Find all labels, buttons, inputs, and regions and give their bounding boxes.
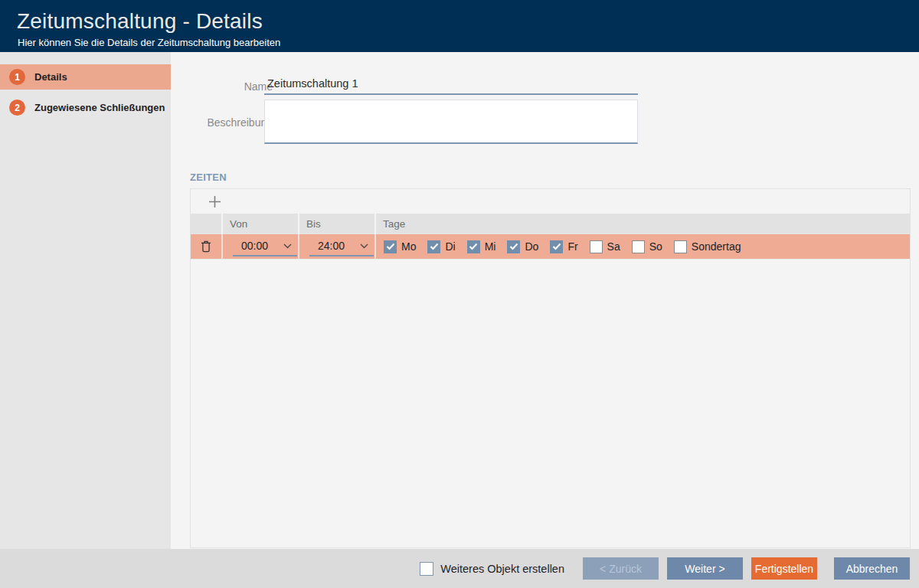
delete-cell: [191, 234, 221, 259]
bis-cell: 24:00: [298, 234, 374, 259]
finish-button[interactable]: Fertigstellen: [751, 557, 817, 580]
description-field-label: Beschreibung: [190, 116, 273, 129]
back-button[interactable]: < Zurück: [583, 557, 659, 580]
checkbox-checked-icon[interactable]: [507, 240, 520, 253]
delete-row-button[interactable]: [196, 237, 216, 256]
day-toggle-sa[interactable]: Sa: [590, 240, 620, 253]
step-label: Details: [34, 71, 67, 83]
time-row: 00:00 24:00 MoDiMiDoFrSaSoSondertag: [191, 234, 910, 260]
day-label: Sa: [607, 240, 620, 253]
day-label: Fr: [567, 240, 577, 253]
von-cell: 00:00: [221, 234, 298, 259]
day-toggle-do[interactable]: Do: [507, 240, 538, 253]
bis-time-value: 24:00: [318, 240, 345, 252]
footer-bar: Weiteres Objekt erstellen < Zurück Weite…: [0, 549, 919, 588]
bis-column-header: Bis: [298, 214, 374, 234]
description-input[interactable]: [264, 100, 638, 144]
day-toggle-mi[interactable]: Mi: [467, 240, 496, 253]
tage-column-header: Tage: [374, 214, 910, 234]
checkbox-checked-icon[interactable]: [384, 240, 397, 253]
times-table: Von Bis Tage 00:00: [190, 188, 911, 548]
delete-column-header: [191, 214, 221, 234]
zeitumschaltung-details-window: Zeitumschaltung - Details Hier können Si…: [0, 0, 919, 588]
checkbox-checked-icon[interactable]: [550, 240, 563, 253]
day-label: Mo: [401, 240, 416, 253]
von-column-header: Von: [221, 214, 298, 234]
day-label: Mi: [485, 240, 496, 253]
name-field-label: Name: [190, 80, 273, 93]
day-toggle-di[interactable]: Di: [427, 240, 455, 253]
page-subtitle: Hier können Sie die Details der Zeitumsc…: [18, 37, 280, 48]
day-label: Di: [445, 240, 455, 253]
main-content: Name Beschreibung ZEITEN Von Bis Tage: [171, 52, 919, 549]
sidebar-step-zugewiesene-schliessungen[interactable]: 2 Zugewiesene Schließungen: [0, 95, 171, 120]
bis-time-select[interactable]: 24:00: [309, 237, 374, 256]
checkbox-checked-icon[interactable]: [427, 240, 440, 253]
chevron-down-icon[interactable]: [283, 243, 292, 249]
next-button[interactable]: Weiter >: [667, 557, 743, 580]
sidebar-step-details[interactable]: 1 Details: [0, 64, 171, 90]
name-input[interactable]: [264, 75, 638, 95]
zeiten-section-title: ZEITEN: [190, 172, 227, 183]
day-label: Sondertag: [692, 240, 741, 253]
day-label: So: [649, 240, 662, 253]
von-time-select[interactable]: 00:00: [233, 237, 297, 256]
checkbox-unchecked[interactable]: [590, 240, 603, 253]
times-table-toolbar: [191, 189, 910, 214]
cancel-button[interactable]: Abbrechen: [834, 557, 910, 580]
times-table-header: Von Bis Tage: [191, 214, 910, 234]
step-label: Zugewiesene Schließungen: [34, 102, 165, 113]
step-number-badge: 2: [9, 100, 25, 116]
create-another-label: Weiteres Objekt erstellen: [440, 563, 564, 575]
add-time-row-button[interactable]: [206, 193, 223, 210]
day-toggle-mo[interactable]: Mo: [384, 240, 416, 253]
trash-icon: [201, 240, 211, 253]
days-cell: MoDiMiDoFrSaSoSondertag: [374, 234, 910, 259]
day-toggle-sondertag[interactable]: Sondertag: [674, 240, 741, 253]
day-toggle-fr[interactable]: Fr: [550, 240, 577, 253]
checkbox-unchecked[interactable]: [674, 240, 687, 253]
wizard-sidebar: 1 Details 2 Zugewiesene Schließungen: [0, 52, 171, 549]
create-another-option[interactable]: Weiteres Objekt erstellen: [420, 562, 564, 576]
step-number-badge: 1: [9, 69, 25, 85]
chevron-down-icon[interactable]: [360, 243, 368, 249]
create-another-checkbox[interactable]: [420, 562, 433, 576]
checkbox-checked-icon[interactable]: [467, 240, 480, 253]
page-header: Zeitumschaltung - Details Hier können Si…: [0, 0, 919, 52]
day-toggle-so[interactable]: So: [632, 240, 662, 253]
von-time-value: 00:00: [241, 240, 268, 252]
plus-icon: [208, 195, 221, 208]
day-label: Do: [525, 240, 538, 253]
page-title: Zeitumschaltung - Details: [17, 9, 263, 34]
checkbox-unchecked[interactable]: [632, 240, 645, 253]
